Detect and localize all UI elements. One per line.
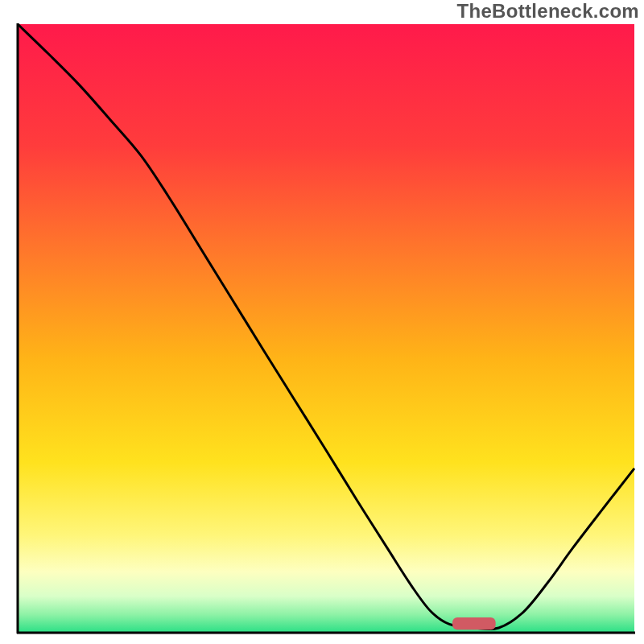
- svg-rect-1: [452, 617, 496, 630]
- chart-container: TheBottleneck.com: [0, 0, 644, 644]
- svg-rect-0: [18, 24, 634, 633]
- bottleneck-chart: [0, 0, 644, 644]
